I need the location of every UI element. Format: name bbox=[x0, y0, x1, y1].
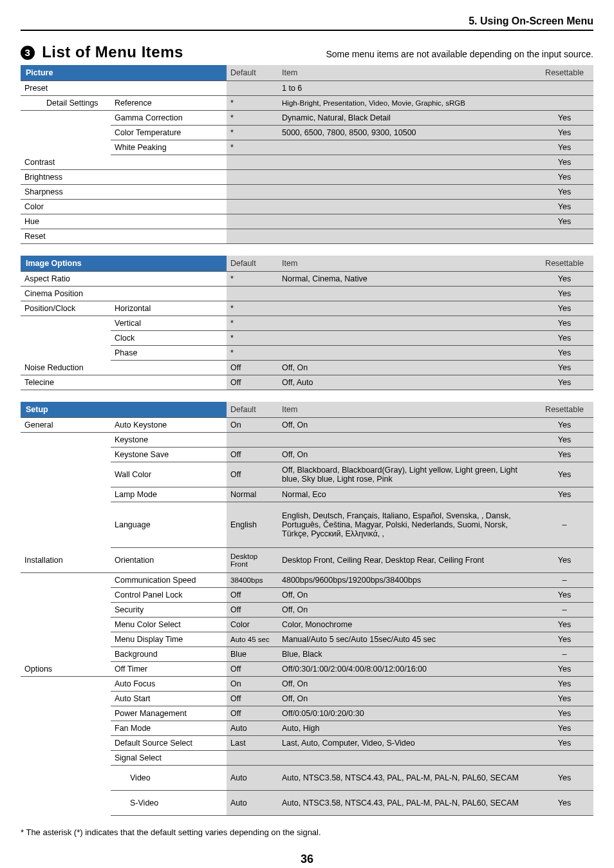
table-row: LanguageEnglishEnglish, Deutsch, Françai… bbox=[21, 502, 593, 548]
default-cell: 38400bps bbox=[227, 573, 278, 588]
resettable-cell bbox=[535, 81, 593, 96]
resettable-cell: Yes bbox=[535, 272, 593, 287]
table-row: GeneralAuto KeystoneOnOff, OnYes bbox=[21, 418, 593, 433]
table-row: ColorYes bbox=[21, 200, 593, 214]
table-tab: Setup bbox=[21, 402, 227, 418]
setting-cell: Signal Select bbox=[111, 751, 227, 766]
default-cell: Last bbox=[227, 736, 278, 751]
setting-cell bbox=[111, 287, 227, 301]
setting-cell: Off Timer bbox=[111, 662, 227, 677]
default-cell: Normal bbox=[227, 487, 278, 502]
item-cell: Last, Auto, Computer, Video, S-Video bbox=[278, 736, 535, 751]
table-row: White Peaking*Yes bbox=[21, 140, 593, 155]
setting-cell bbox=[111, 361, 227, 375]
item-cell: English, Deutsch, Français, Italiano, Es… bbox=[278, 502, 535, 548]
group-cell bbox=[21, 736, 111, 751]
resettable-cell bbox=[535, 751, 593, 766]
resettable-cell: Yes bbox=[535, 736, 593, 751]
group-cell bbox=[21, 647, 111, 662]
item-cell: Off/0:30/1:00/2:00/4:00/8:00/12:00/16:00 bbox=[278, 662, 535, 677]
table-row: TelecineOffOff, AutoYes bbox=[21, 375, 593, 390]
item-cell bbox=[278, 316, 535, 331]
default-cell bbox=[227, 751, 278, 766]
group-cell: Aspect Ratio bbox=[21, 272, 111, 287]
resettable-cell: Yes bbox=[535, 721, 593, 736]
setting-cell: White Peaking bbox=[111, 140, 227, 155]
group-cell: Noise Reduction bbox=[21, 361, 111, 375]
resettable-cell: Yes bbox=[535, 662, 593, 677]
group-cell: Contrast bbox=[21, 155, 111, 170]
group-cell bbox=[21, 791, 111, 816]
group-cell bbox=[21, 140, 111, 155]
resettable-cell: Yes bbox=[535, 588, 593, 603]
item-cell bbox=[278, 287, 535, 301]
group-cell: Color bbox=[21, 200, 111, 214]
item-cell bbox=[278, 155, 535, 170]
setting-cell: Clock bbox=[111, 331, 227, 346]
footnote: * The asterisk (*) indicates that the de… bbox=[21, 827, 593, 837]
resettable-cell: Yes bbox=[535, 766, 593, 791]
default-cell bbox=[227, 433, 278, 448]
group-cell: Hue bbox=[21, 214, 111, 229]
default-cell bbox=[227, 155, 278, 170]
table-row: Clock*Yes bbox=[21, 331, 593, 346]
item-cell: Auto, NTSC3.58, NTSC4.43, PAL, PAL-M, PA… bbox=[278, 791, 535, 816]
setting-cell bbox=[111, 229, 227, 244]
table-tab: Picture bbox=[21, 65, 227, 81]
resettable-cell: Yes bbox=[535, 140, 593, 155]
table-row: Default Source SelectLastLast, Auto, Com… bbox=[21, 736, 593, 751]
item-cell: Normal, Eco bbox=[278, 487, 535, 502]
default-cell: Off bbox=[227, 706, 278, 721]
table-tab: Image Options bbox=[21, 256, 227, 272]
default-cell: Off bbox=[227, 603, 278, 618]
default-cell: * bbox=[227, 331, 278, 346]
setting-cell: Phase bbox=[111, 346, 227, 361]
setting-cell: Power Management bbox=[111, 706, 227, 721]
setting-cell: S-Video bbox=[111, 791, 227, 816]
item-cell: Off, On bbox=[278, 361, 535, 375]
item-cell bbox=[278, 170, 535, 185]
setting-cell: Keystone bbox=[111, 433, 227, 448]
item-cell: Off, Blackboard, Blackboard(Gray), Light… bbox=[278, 462, 535, 487]
item-cell bbox=[278, 301, 535, 316]
setting-cell: Video bbox=[111, 766, 227, 791]
item-cell: 4800bps/9600bps/19200bps/38400bps bbox=[278, 573, 535, 588]
setting-cell: Lamp Mode bbox=[111, 487, 227, 502]
item-cell bbox=[278, 140, 535, 155]
group-cell bbox=[21, 126, 111, 140]
table-row: Menu Color SelectColorColor, MonochromeY… bbox=[21, 618, 593, 632]
default-cell bbox=[227, 200, 278, 214]
default-cell bbox=[227, 229, 278, 244]
default-cell: On bbox=[227, 418, 278, 433]
setting-cell: Auto Focus bbox=[111, 677, 227, 692]
title-text: List of Menu Items bbox=[42, 43, 183, 61]
resettable-cell: Yes bbox=[535, 618, 593, 632]
table-row: Position/ClockHorizontal*Yes bbox=[21, 301, 593, 316]
page-title: 3 List of Menu Items bbox=[21, 43, 183, 61]
group-cell bbox=[21, 502, 111, 548]
table-row: Communication Speed38400bps4800bps/9600b… bbox=[21, 573, 593, 588]
default-cell: Off bbox=[227, 448, 278, 462]
default-cell: Off bbox=[227, 375, 278, 390]
table-row: BackgroundBlueBlue, Black– bbox=[21, 647, 593, 662]
table-row: VideoAutoAuto, NTSC3.58, NTSC4.43, PAL, … bbox=[21, 766, 593, 791]
table-row: Preset1 to 6 bbox=[21, 81, 593, 96]
resettable-cell: Yes bbox=[535, 487, 593, 502]
group-cell bbox=[21, 706, 111, 721]
col-header: Item bbox=[278, 256, 535, 272]
table-row: Fan ModeAutoAuto, HighYes bbox=[21, 721, 593, 736]
setting-cell: Auto Start bbox=[111, 692, 227, 706]
resettable-cell: Yes bbox=[535, 433, 593, 448]
table-row: BrightnessYes bbox=[21, 170, 593, 185]
resettable-cell: Yes bbox=[535, 418, 593, 433]
setting-cell: Keystone Save bbox=[111, 448, 227, 462]
group-cell: Reset bbox=[21, 229, 111, 244]
item-cell: High-Bright, Presentation, Video, Movie,… bbox=[278, 96, 535, 111]
item-cell: Desktop Front, Ceiling Rear, Desktop Rea… bbox=[278, 548, 535, 573]
group-cell: Sharpness bbox=[21, 185, 111, 200]
item-cell bbox=[278, 433, 535, 448]
default-cell: Off bbox=[227, 692, 278, 706]
item-cell: 5000, 6500, 7800, 8500, 9300, 10500 bbox=[278, 126, 535, 140]
setting-cell bbox=[111, 214, 227, 229]
resettable-cell: Yes bbox=[535, 185, 593, 200]
